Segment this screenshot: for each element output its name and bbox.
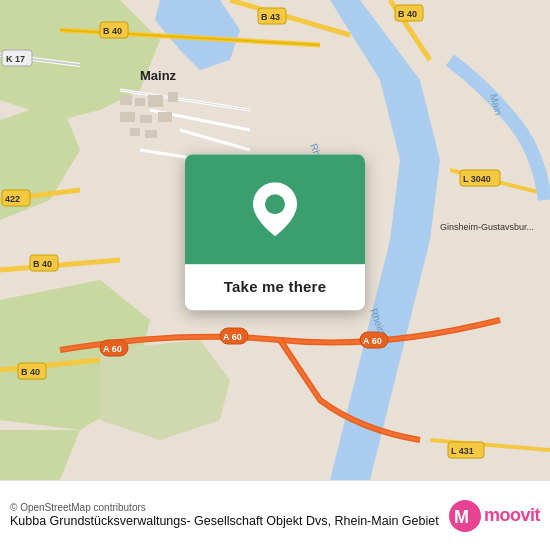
svg-text:L 431: L 431 (451, 446, 474, 456)
svg-text:B 40: B 40 (21, 367, 40, 377)
svg-text:B 43: B 43 (261, 12, 280, 22)
svg-rect-54 (120, 95, 132, 105)
svg-point-63 (265, 194, 285, 214)
location-info-section: © OpenStreetMap contributors Kubba Grund… (10, 500, 439, 531)
svg-text:A 60: A 60 (103, 344, 122, 354)
svg-text:Mainz: Mainz (140, 68, 177, 83)
svg-rect-62 (145, 130, 157, 138)
map-area: K 17 B 40 B 43 B 40 422 B 40 B 40 A 60 A… (0, 0, 550, 480)
svg-rect-59 (140, 115, 152, 123)
take-me-there-button[interactable]: Take me there (224, 278, 326, 295)
location-pin-icon (253, 182, 297, 236)
location-name: Kubba Grundstücksverwaltungs- Gesellscha… (10, 513, 439, 531)
svg-text:422: 422 (5, 194, 20, 204)
svg-text:A 60: A 60 (363, 336, 382, 346)
svg-text:A 60: A 60 (223, 332, 242, 342)
svg-text:Ginsheim-Gustavsbur...: Ginsheim-Gustavsbur... (440, 222, 534, 232)
svg-text:B 40: B 40 (103, 26, 122, 36)
moovit-brand-text: moovit (484, 505, 540, 526)
svg-text:M: M (454, 507, 469, 527)
osm-credit-text: © OpenStreetMap contributors (10, 502, 146, 513)
moovit-m-icon: M (449, 500, 481, 532)
svg-rect-57 (168, 92, 178, 102)
svg-rect-55 (135, 98, 145, 106)
svg-text:L 3040: L 3040 (463, 174, 491, 184)
svg-rect-56 (148, 95, 163, 107)
moovit-logo: M moovit (449, 500, 540, 532)
svg-rect-60 (158, 112, 172, 122)
card-body: Take me there (185, 264, 365, 310)
svg-text:B 40: B 40 (33, 259, 52, 269)
bottom-info-bar: © OpenStreetMap contributors Kubba Grund… (0, 480, 550, 550)
svg-rect-61 (130, 128, 140, 136)
svg-text:K 17: K 17 (6, 54, 25, 64)
svg-rect-58 (120, 112, 135, 122)
svg-text:B 40: B 40 (398, 9, 417, 19)
take-me-there-card[interactable]: Take me there (185, 154, 365, 310)
osm-credit: © OpenStreetMap contributors (10, 502, 439, 513)
card-header (185, 154, 365, 264)
